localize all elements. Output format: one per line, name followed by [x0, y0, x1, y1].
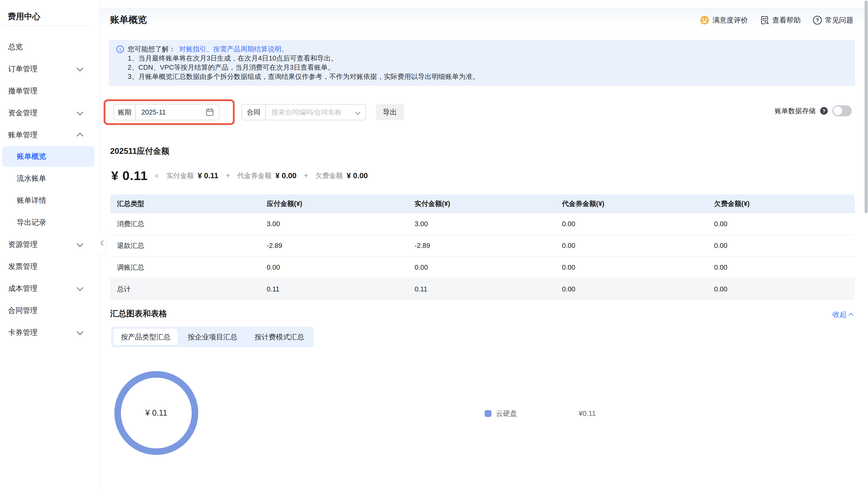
sidebar-item-bill-overview[interactable]: 账单概览: [2, 146, 94, 167]
legend-item[interactable]: 云硬盘 ¥0.11: [485, 409, 596, 418]
sidebar-item-export-records[interactable]: 导出记录: [0, 211, 100, 233]
info-banner: i 您可能想了解： 对账指引、按需产品周期结算说明。 1、当月最终账单将在次月3…: [109, 40, 855, 86]
export-button[interactable]: 导出: [376, 104, 404, 120]
header-actions: 满意度评价 查看帮助 ? 常见问题: [700, 15, 853, 25]
table-cell: 0.11: [267, 279, 414, 300]
arrears-amount-label: 欠费金额: [315, 171, 343, 180]
bill-data-storage-control: 账单数据存储 ?: [775, 105, 852, 116]
collapse-section-link[interactable]: 收起: [833, 310, 853, 319]
chevron-down-icon[interactable]: [355, 109, 360, 115]
chevron-up-icon: [76, 133, 83, 139]
sidebar-item-bill-mgmt[interactable]: 账单管理: [0, 124, 100, 146]
column-header: 汇总类型: [110, 194, 267, 213]
sidebar-item-label: 导出记录: [17, 218, 46, 227]
sidebar-collapse-handle[interactable]: [100, 230, 107, 256]
table-cell: 0.00: [562, 257, 714, 278]
column-header: 实付金额(¥): [414, 194, 562, 213]
sidebar-item-label: 成本管理: [8, 284, 37, 294]
summary-tabs: 按产品类型汇总 按企业项目汇总 按计费模式汇总: [111, 327, 314, 347]
toggle-knob: [833, 106, 842, 115]
banner-line: 1、当月最终账单将在次月3日生成，在次月4日10点后可查看和导出。: [116, 54, 848, 63]
question-filled-icon[interactable]: ?: [820, 107, 828, 115]
sidebar-item-label: 合同管理: [8, 305, 37, 316]
table-cell: 0.00: [714, 257, 855, 278]
sidebar-item-funds-mgmt[interactable]: 资金管理: [0, 102, 100, 124]
table-cell: 0.11: [414, 279, 562, 300]
table-cell: 调账汇总: [110, 257, 267, 278]
table-total-row: 总计 0.11 0.11 0.00 0.00: [110, 278, 855, 300]
donut-center-label: ¥ 0.11: [145, 408, 167, 418]
table-cell: -2.89: [267, 235, 414, 256]
sidebar-item-cost-mgmt[interactable]: 成本管理: [0, 278, 100, 299]
table-cell: 总计: [110, 279, 267, 300]
sidebar-item-label: 订单管理: [8, 64, 37, 74]
page-title: 账单概览: [110, 13, 147, 26]
summary-table: 汇总类型 应付金额(¥) 实付金额(¥) 代金券金额(¥) 欠费金额(¥) 消费…: [110, 194, 855, 300]
info-circle-icon: i: [116, 45, 124, 53]
sidebar-item-bill-detail[interactable]: 账单详情: [0, 190, 100, 211]
banner-intro: 您可能想了解：: [128, 44, 176, 54]
storage-label: 账单数据存储: [775, 106, 815, 116]
sidebar-item-resource-mgmt[interactable]: 资源管理: [0, 233, 100, 256]
storage-toggle[interactable]: [832, 105, 852, 116]
equals-sign: =: [155, 172, 159, 180]
billing-period-label: 账期: [114, 104, 135, 120]
banner-line: 3、月账单概览汇总数据由多个拆分数据组成，查询结果仅作参考，不作为对账依据，实际…: [116, 72, 848, 81]
action-label: 常见问题: [825, 15, 853, 25]
table-cell: 0.00: [562, 213, 714, 234]
banner-link[interactable]: 对账指引、按需产品周期结算说明。: [179, 44, 288, 54]
table-cell: 0.00: [714, 235, 855, 256]
satisfaction-rating-button[interactable]: 满意度评价: [700, 15, 748, 25]
action-label: 查看帮助: [772, 15, 801, 25]
legend-swatch: [485, 410, 491, 417]
question-circle-icon: ?: [813, 15, 822, 25]
sidebar-item-label: 资金管理: [8, 108, 37, 118]
chevron-down-icon: [76, 240, 83, 247]
tab-by-product-type[interactable]: 按产品类型汇总: [114, 329, 178, 345]
table-cell: 0.00: [562, 235, 714, 256]
faq-button[interactable]: ? 常见问题: [813, 15, 853, 25]
table-row: 消费汇总 3.00 3.00 0.00 0.00: [110, 213, 855, 234]
sidebar-item-invoice-mgmt[interactable]: 发票管理: [0, 256, 100, 278]
paid-amount-value: ¥ 0.11: [198, 171, 218, 180]
sidebar-divider: [3, 26, 92, 26]
action-label: 满意度评价: [712, 15, 748, 25]
billing-period-input[interactable]: [135, 108, 204, 117]
table-header-row: 汇总类型 应付金额(¥) 实付金额(¥) 代金券金额(¥) 欠费金额(¥): [110, 194, 855, 213]
sidebar-item-coupon-mgmt[interactable]: 卡券管理: [0, 322, 100, 344]
sidebar-item-label: 发票管理: [8, 262, 37, 271]
sidebar-item-flow-bill[interactable]: 流水账单: [0, 167, 100, 190]
column-header: 代金券金额(¥): [562, 194, 714, 213]
sidebar-item-label: 流水账单: [17, 173, 46, 184]
collapse-label: 收起: [833, 310, 847, 319]
table-cell: 0.00: [714, 213, 855, 234]
chevron-down-icon: [76, 328, 83, 335]
donut-chart: ¥ 0.11: [114, 371, 198, 455]
calendar-icon[interactable]: [205, 108, 214, 117]
chevron-up-icon: [848, 313, 853, 318]
sidebar-item-label: 撤单管理: [8, 86, 37, 96]
sidebar-item-label: 总览: [8, 42, 23, 52]
contract-search-input[interactable]: [266, 108, 356, 117]
sidebar-item-label: 账单管理: [8, 130, 37, 140]
table-cell: 3.00: [414, 213, 562, 234]
chevron-down-icon: [76, 65, 83, 71]
doc-search-icon: [760, 15, 769, 25]
sidebar-item-label: 资源管理: [8, 239, 37, 250]
table-cell: 0.00: [562, 279, 714, 300]
chevron-left-icon: [100, 240, 106, 246]
vertical-scrollbar[interactable]: [865, 1, 868, 213]
smiley-icon: [700, 15, 710, 25]
sidebar-item-order-mgmt[interactable]: 订单管理: [0, 58, 100, 80]
svg-text:?: ?: [816, 17, 819, 23]
sidebar-item-cancel-mgmt[interactable]: 撤单管理: [0, 80, 100, 102]
tab-by-billing-mode[interactable]: 按计费模式汇总: [247, 329, 312, 345]
sidebar-item-contract-mgmt[interactable]: 合同管理: [0, 299, 100, 322]
tab-by-enterprise-project[interactable]: 按企业项目汇总: [180, 329, 245, 345]
svg-text:i: i: [120, 47, 121, 52]
column-header: 欠费金额(¥): [714, 194, 855, 213]
view-help-button[interactable]: 查看帮助: [760, 15, 801, 25]
table-cell: 退款汇总: [110, 235, 267, 256]
chevron-down-icon: [76, 109, 83, 115]
sidebar-item-overview[interactable]: 总览: [0, 36, 100, 58]
